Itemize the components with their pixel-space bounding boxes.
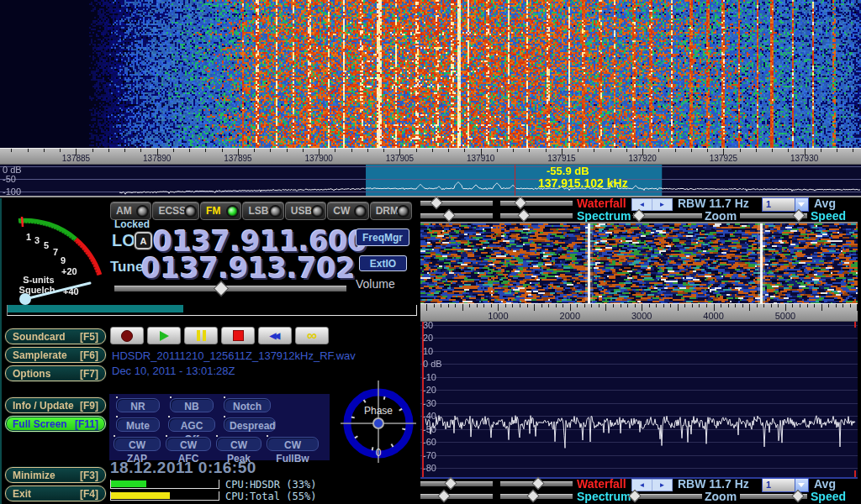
waterfall-contrast-slider[interactable]: [500, 479, 573, 488]
menu-button-label: Info / Update: [13, 400, 74, 412]
exit-button[interactable]: Exit[F4]: [5, 486, 106, 501]
spectrum-ref-slider[interactable]: [420, 211, 493, 220]
zoom-slider[interactable]: [633, 211, 702, 220]
dsp-cw-afc-button[interactable]: CW AFC: [166, 437, 211, 451]
dropdown-arrow-icon[interactable]: [795, 198, 808, 211]
slider-thumb[interactable]: [430, 197, 443, 210]
rewind-button[interactable]: ◀◀: [258, 327, 292, 344]
audio-spectrum[interactable]: 3020100 dB-10-20-30-40-50-60-70-80: [420, 322, 858, 479]
slider-thumb[interactable]: [443, 209, 457, 223]
options-button[interactable]: Options[F7]: [5, 365, 106, 381]
dsp-mute-button[interactable]: Mute: [116, 417, 160, 432]
mode-button-am[interactable]: AM: [110, 202, 151, 220]
rewind-icon: ◀◀: [270, 331, 277, 340]
cpu-usage-label: CPU:HDSDR (33%): [225, 479, 316, 491]
audio-waterfall[interactable]: [420, 222, 858, 303]
lo-lock-a-button[interactable]: A: [135, 232, 152, 249]
smeter-tick-3: 3: [34, 235, 40, 245]
slider-thumb[interactable]: [791, 490, 805, 503]
smeter-tick-5: 5: [44, 240, 49, 250]
tune-label: Tune: [110, 259, 143, 276]
frequency-ruler[interactable]: 1378851378901378951379001379051379101379…: [0, 148, 861, 165]
dsp-cw-peak-button[interactable]: CW Peak: [216, 437, 261, 451]
mode-button-ecss[interactable]: ECSS: [152, 202, 199, 220]
speed-slider[interactable]: [740, 211, 807, 220]
info-update-button[interactable]: Info / Update[F9]: [5, 397, 106, 413]
fullscreen-button[interactable]: Full Screen[F11]: [5, 416, 106, 432]
freq-tick-label: 137890: [143, 154, 171, 163]
audio-db-label: -30: [423, 398, 436, 408]
audio-db-label: -80: [423, 463, 436, 473]
freq-tick-label: 137895: [224, 154, 251, 163]
freqmgr-button[interactable]: FreqMgr: [356, 228, 409, 246]
avg-dropdown[interactable]: 1: [762, 478, 809, 492]
speed-slider[interactable]: [740, 491, 807, 501]
slider-thumb[interactable]: [526, 490, 540, 503]
mode-button-cw[interactable]: CW: [327, 202, 368, 220]
mode-button-lsb[interactable]: LSB: [242, 202, 283, 220]
dsp-cw-fullbw-button[interactable]: CW FullBw: [267, 437, 319, 451]
freq-tick-label: 137930: [790, 154, 818, 163]
mode-led-icon: [356, 207, 365, 216]
volume-slider-thumb[interactable]: [214, 281, 229, 296]
mode-button-drm[interactable]: DRM: [370, 202, 412, 220]
volume-label: Volume: [356, 277, 395, 291]
s-meter[interactable]: 1 3 5 7 9 +20 +40 S-units Squelch: [2, 200, 108, 318]
smeter-tick-1: 1: [26, 232, 31, 242]
waterfall-label: Waterfall: [577, 197, 626, 210]
slider-thumb[interactable]: [444, 477, 457, 491]
menu-button-label: Full Screen: [13, 418, 67, 430]
stop-button[interactable]: [221, 327, 255, 344]
slider-thumb[interactable]: [632, 209, 646, 223]
play-button[interactable]: [147, 327, 181, 344]
record-button[interactable]: [110, 327, 144, 344]
mode-button-fm[interactable]: FM: [200, 202, 241, 220]
soundcard-button[interactable]: Soundcard[F5]: [5, 328, 106, 344]
slider-thumb[interactable]: [518, 209, 531, 223]
tune-frequency-display[interactable]: 0137.913.702: [141, 252, 356, 285]
dsp-nr-button[interactable]: NR: [116, 398, 160, 412]
dsp-agc-off-button[interactable]: AGC Off: [168, 417, 215, 432]
minimize-button[interactable]: Minimize[F3]: [5, 467, 106, 483]
dsp-cw-zap-button[interactable]: CW ZAP: [114, 437, 161, 451]
mode-led-icon: [138, 207, 147, 216]
squelch-level-fill: [8, 305, 183, 312]
spectrum-ref-slider[interactable]: [420, 491, 493, 501]
main-spectrum-trace: [0, 165, 861, 196]
squelch-level-bar[interactable]: [7, 305, 417, 316]
waterfall-contrast-slider[interactable]: [500, 198, 573, 207]
freq-tick-label: 137900: [305, 154, 333, 163]
zoom-slider[interactable]: [633, 491, 702, 501]
mode-button-label: LSB: [248, 205, 268, 217]
volume-slider[interactable]: [114, 283, 346, 293]
slider-thumb[interactable]: [793, 209, 806, 223]
menu-button-hotkey: [F6]: [80, 349, 98, 361]
pause-button[interactable]: [184, 327, 218, 344]
spectrum-range-slider[interactable]: [500, 491, 573, 501]
waterfall-brightness-slider[interactable]: [420, 479, 493, 488]
audio-frequency-ruler[interactable]: 10002000300040005000: [420, 303, 858, 322]
avg-dropdown[interactable]: 1: [762, 197, 809, 212]
smeter-tick-20: +20: [61, 266, 77, 276]
samplerate-button[interactable]: Samplerate[F6]: [5, 347, 106, 363]
slider-thumb[interactable]: [531, 477, 545, 491]
dsp-nb-button[interactable]: NB: [170, 398, 214, 412]
dsp-despread-button[interactable]: Despread: [224, 417, 276, 432]
spectrum-range-slider[interactable]: [500, 211, 573, 220]
dsp-notch-button[interactable]: Notch: [224, 398, 271, 412]
rbw-decrease-button[interactable]: ◄: [632, 480, 652, 491]
audio-db-label: 0 dB: [423, 359, 442, 369]
mode-button-usb[interactable]: USB: [285, 202, 326, 220]
rbw-increase-button[interactable]: ►: [652, 199, 672, 210]
slider-thumb[interactable]: [514, 197, 527, 210]
rbw-decrease-button[interactable]: ◄: [632, 199, 652, 210]
extio-button[interactable]: ExtIO: [359, 255, 407, 271]
rbw-increase-button[interactable]: ►: [652, 480, 672, 491]
loop-button[interactable]: ∞: [295, 327, 329, 344]
main-spectrum[interactable]: 0 dB-50-100 -55.9 dB 137.915.102 kHz: [0, 165, 861, 196]
main-waterfall[interactable]: [0, 0, 861, 148]
avg-dropdown-value: 1: [766, 480, 771, 490]
smeter-tick-7: 7: [53, 247, 58, 257]
slider-thumb[interactable]: [437, 490, 451, 503]
waterfall-brightness-slider[interactable]: [420, 198, 493, 207]
